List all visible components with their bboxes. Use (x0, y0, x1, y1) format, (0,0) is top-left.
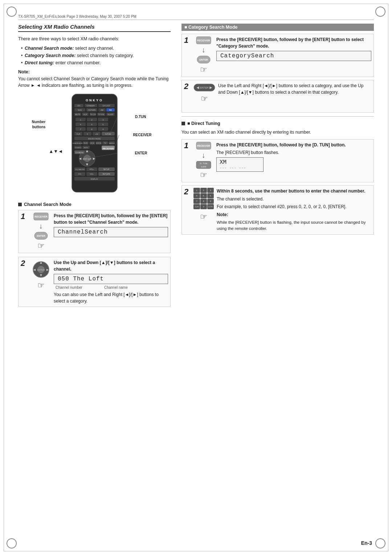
channel-search-header: Channel Search Mode (18, 202, 171, 207)
svg-text:+10: +10 (95, 133, 98, 135)
np-btn-6: 6 (207, 193, 214, 198)
np-btn-5: 5 (200, 193, 207, 198)
corner-mark-br (375, 538, 385, 548)
np-btn-7: 7 (193, 199, 200, 204)
svg-text:DOCK: DOCK (96, 142, 101, 144)
finger-icon: ☞ (37, 241, 45, 251)
svg-text:DVD: DVD (83, 142, 87, 144)
dt-step2-icons: 1 2 3 4 5 6 7 8 9 CLR 0 D.TN (193, 188, 214, 222)
np-btn-clr: CLR (193, 204, 200, 209)
list-item: Direct tuning: enter channel number. (21, 59, 171, 66)
svg-text:ON: ON (77, 105, 80, 107)
number-pad-icon: 1 2 3 4 5 6 7 8 9 CLR 0 D.TN (193, 188, 214, 209)
svg-text:CLR/A: CLR/A (201, 166, 206, 168)
svg-text:SETUP: SETUP (103, 168, 109, 170)
dt-step1-icons: RECEIVER ↓ D. TUN CLR/A ☞ (193, 142, 213, 180)
enter-label: ENTER (135, 151, 147, 155)
svg-text:SLEEP: SLEEP (107, 113, 113, 116)
note-label: Note: (18, 69, 171, 74)
channel-label-row: Channel number Channel name (56, 285, 168, 289)
bullet-label-2: Category Search mode: (25, 53, 75, 58)
footer-text: En-3 (361, 540, 372, 546)
cat-step1: 1 RECEIVER ↓ ENTER ☞ Press th (181, 34, 374, 77)
bullet-label-3: Direct tuning: (25, 60, 54, 65)
svg-text:▲: ▲ (39, 260, 43, 264)
svg-text:AUX: AUX (83, 113, 87, 116)
dt-step1-number: 1 (184, 142, 191, 150)
svg-text:MACRO MODE: MACRO MODE (88, 138, 101, 140)
remote-svg: ONKYO ON STANDBY CH LAST DVD CD/TAPE (66, 92, 123, 194)
channel-name-label: Channel name (104, 285, 128, 289)
dt-step1: 1 RECEIVER ↓ D. TUN CLR/A ☞ (181, 139, 374, 182)
svg-text:DISPLAY: DISPLAY (90, 178, 98, 180)
svg-text:ONKYO: ONKYO (85, 98, 103, 102)
receiver-label: RECEIVER (133, 133, 151, 137)
direct-tuning-bullet (181, 122, 185, 125)
dt-note-text: While the [RECEIVER] button is flashing,… (217, 219, 371, 232)
dt-step1-text-area: Press the [RECEIVER] button, followed by… (216, 142, 371, 172)
channel-search-bullet (18, 203, 22, 206)
svg-text:RETURN: RETURN (102, 173, 110, 175)
dt-step1-subtext: The [RECEIVER] button flashes. (216, 149, 371, 156)
corner-mark-tl (7, 7, 17, 17)
main-content: Selecting XM Radio Channels There are th… (18, 24, 374, 533)
step1-text: Press the [RECEIVER] button, followed by… (54, 212, 168, 226)
cat-step2-icons: ◄ ENTER ► ☞ (193, 82, 215, 104)
svg-text:TV CH: TV CH (90, 113, 95, 116)
cat-step1-content: RECEIVER ↓ ENTER ☞ Press the [RECEIVER] … (193, 36, 371, 74)
svg-text:ENTER: ENTER (199, 58, 208, 61)
category-search-lcd: CategorySearch (216, 51, 371, 61)
cat-step1-text: Press the [RECEIVER] button, followed by… (216, 36, 371, 49)
svg-text:ENTER: ENTER (200, 86, 209, 89)
step2-text-area: Use the Up and Down [▲]/[▼] buttons to s… (54, 259, 168, 304)
svg-text:CH+ MASTER: CH+ MASTER (75, 169, 85, 170)
step1-strong: Press the [RECEIVER] button, followed by… (54, 213, 167, 225)
step1-number: 1 (21, 212, 27, 220)
dt-step2-strong: Within 8 seconds, use the number buttons… (217, 189, 365, 194)
np-btn-dtun: D.TN (207, 204, 214, 209)
svg-text:CH MENU: CH MENU (74, 147, 81, 149)
dtun-label: D.TUN (135, 115, 146, 119)
dt-finger-icon: ☞ (200, 170, 207, 180)
svg-text:STANDBY: STANDBY (86, 105, 95, 107)
svg-text:CLR: CLR (76, 133, 80, 135)
np-btn-0: 0 (200, 204, 207, 209)
svg-text:ENTER: ENTER (83, 158, 91, 160)
svg-text:▼: ▼ (39, 273, 43, 277)
corner-mark-bl (7, 538, 17, 548)
list-item: Channel Search mode: select any channel. (21, 45, 171, 52)
svg-text:0: 0 (87, 133, 88, 135)
intro-text: There are three ways to select XM radio … (18, 36, 171, 42)
right-column: ■ Category Search Mode 1 RECEIVER ↓ ENTE… (181, 24, 374, 533)
svg-text:DVD: DVD (78, 109, 82, 111)
direct-tuning-intro: You can select an XM radio channel direc… (181, 129, 374, 135)
page-header: TX-SR705_XM_EnFrEs.book Page 3 Wednesday… (18, 15, 374, 20)
lr-nav-icon: ◄ ENTER ► (193, 82, 215, 93)
bullet-text-1: select any channel. (75, 46, 114, 51)
dt-step2-content: 1 2 3 4 5 6 7 8 9 CLR 0 D.TN (193, 188, 371, 232)
enter-button-icon: ENTER (34, 232, 48, 240)
svg-text:ENTER: ENTER (37, 235, 45, 237)
category-search-header-box: ■ Category Search Mode (181, 24, 374, 31)
cat-step2-text: Use the Left and Right [◄]/[►] buttons t… (218, 82, 371, 96)
dt-step1-content: RECEIVER ↓ D. TUN CLR/A ☞ Press the [REC… (193, 142, 371, 180)
dt-step1-strong: Press the [RECEIVER] button, followed by… (216, 142, 346, 147)
step2-content: ▲ ▼ ◄ ► ENTER ☞ Use the Up and Down [▲]/… (31, 259, 168, 304)
dt-step2-sub1: The channel is selected. (217, 196, 371, 202)
dt-step2-text-area: Within 8 seconds, use the number buttons… (217, 188, 371, 232)
page-footer: En-3 (361, 540, 372, 546)
arrow-down-icon: ↓ (39, 222, 43, 230)
arrow-indicator: ▲▼◄ (49, 149, 63, 154)
step1-icons: RECEIVER ↓ ENTER ☞ (31, 212, 51, 251)
cat-step2-content: ◄ ENTER ► ☞ Use the Left and Right [◄]/[… (193, 82, 371, 104)
step2-strong: Use the Up and Down [▲]/[▼] buttons to s… (54, 260, 155, 272)
bullet-label-1: Channel Search mode: (25, 46, 74, 51)
cat-arrow-down: ↓ (202, 46, 205, 54)
np-btn-4: 4 (193, 193, 200, 198)
svg-text:RECEIVER: RECEIVER (197, 39, 210, 42)
svg-text:CH LAST: CH LAST (102, 105, 110, 107)
cat-step2: 2 ◄ ENTER ► ☞ Use the Left and Right [◄]… (181, 80, 374, 113)
svg-text:MENU: MENU (84, 147, 88, 149)
svg-text:RECEIVER: RECEIVER (197, 145, 210, 147)
step2-number: 2 (21, 259, 27, 267)
